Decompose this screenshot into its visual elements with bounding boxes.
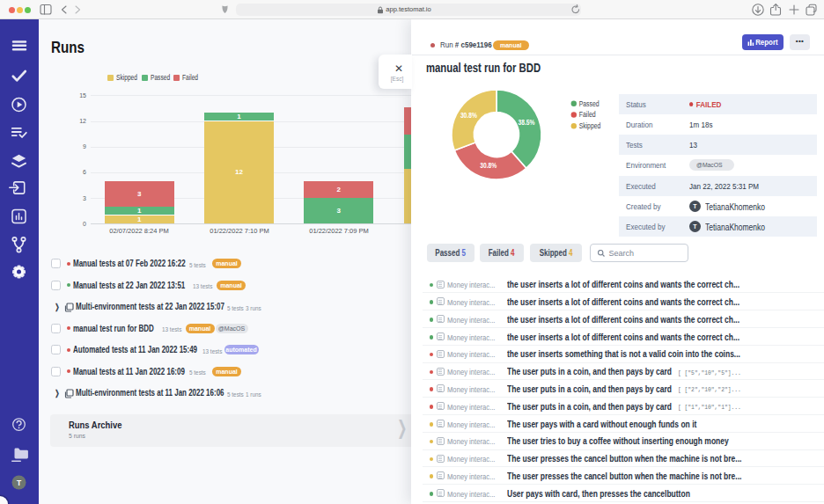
svg-text:Skipped: Skipped — [579, 121, 601, 130]
svg-text:Failed: Failed — [579, 110, 596, 119]
svg-text:T: T — [17, 478, 22, 487]
svg-text:38.5%: 38.5% — [519, 118, 535, 127]
svg-text:30.8%: 30.8% — [460, 111, 477, 120]
svg-text:Passed: Passed — [579, 99, 600, 108]
svg-text:30.8%: 30.8% — [480, 161, 497, 170]
